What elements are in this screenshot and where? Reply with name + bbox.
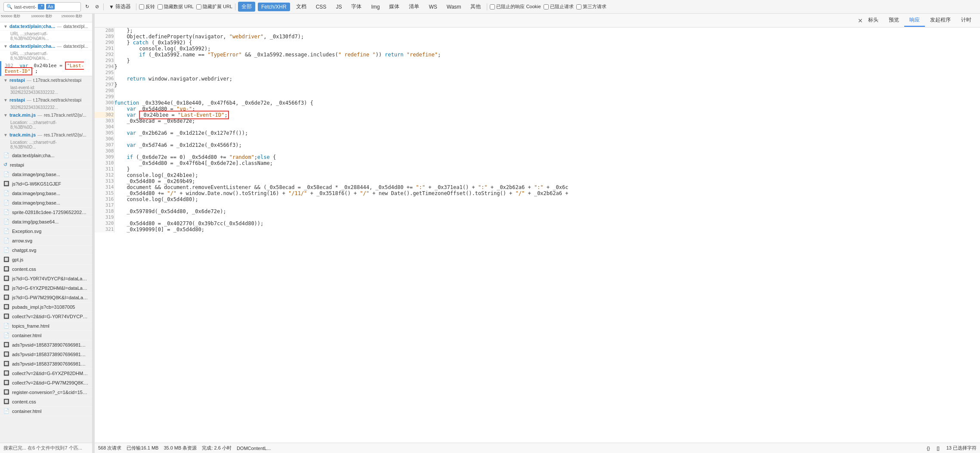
line-content: } catch (_0x1a5992) {	[114, 40, 980, 46]
file-item[interactable]: 🔲 register-conversion?_c=1&cid=154733872…	[0, 388, 92, 397]
tab-font[interactable]: 字体	[348, 2, 365, 12]
request-item[interactable]: ▼ data:text/plain;cha... — data:text/pl.…	[0, 22, 92, 42]
file-item[interactable]: 🔲 ads?pvsid=18583738907696981&correlator…	[0, 340, 92, 350]
file-item[interactable]: 📄 data:img/jpg;base64...	[0, 217, 92, 226]
code-line-293: 293 }	[95, 58, 980, 64]
tab-wasm[interactable]: Wasm	[443, 3, 465, 11]
tab-js[interactable]: JS	[332, 3, 345, 11]
reverse-checkbox[interactable]: 反转	[139, 3, 155, 10]
search-tag-case[interactable]: Aa	[46, 4, 55, 9]
filter-button[interactable]: ▼ 筛选器	[106, 2, 133, 11]
tab-initiator[interactable]: 发起程序	[925, 14, 956, 27]
file-name: ads?pvsid=18583738907696981&correlator=1…	[12, 342, 89, 348]
file-item[interactable]: 🔲 js?id=G-6YXZP82DHM&I=dataLayer&cx=c	[0, 283, 92, 293]
file-item[interactable]: 📄 chatgpt.svg	[0, 245, 92, 255]
file-item[interactable]: 📄 sprite-02818c1dee-1725965220207.png	[0, 208, 92, 217]
close-button[interactable]: ✕	[858, 17, 863, 24]
file-item[interactable]: 📄 container.html	[0, 331, 92, 340]
sub-value: 302f623234336332232...	[10, 90, 58, 95]
file-item[interactable]: 🔲 ads?pvsid=18583738907696981&correlator…	[0, 359, 92, 369]
tab-timing[interactable]: 计时	[956, 14, 977, 27]
file-item[interactable]: 📄 data:image/png;base...	[0, 189, 92, 198]
code-view[interactable]: 288 }; 289 Object.defineProperty(navigat…	[95, 28, 980, 443]
file-item[interactable]: 📄 Exception.svg	[0, 226, 92, 236]
search-box[interactable]: 🔍 last-event- .* Aa	[3, 2, 81, 12]
tab-all[interactable]: 全部	[238, 2, 255, 12]
tab-response[interactable]: 响应	[904, 14, 925, 27]
code-line-310: 310 _0x5d4d80 = _0x47f6b4[_0x6de72e].cla…	[95, 160, 980, 166]
reverse-input[interactable]	[139, 4, 144, 9]
tab-preview[interactable]: 预览	[884, 14, 904, 27]
blocked-req-input[interactable]	[544, 4, 549, 9]
file-icon: 📄	[3, 152, 9, 158]
third-party-checkbox[interactable]: 第三方请求	[576, 3, 606, 10]
tab-fetch-xhr[interactable]: Fetch/XHR	[258, 3, 290, 11]
file-icon: 📄	[3, 200, 9, 205]
file-item[interactable]: 📄 container.html	[0, 406, 92, 416]
format-button[interactable]: {}	[925, 445, 931, 452]
file-item[interactable]: 📄 data:image/png;base...	[0, 198, 92, 208]
expand-arrow[interactable]: ▼	[3, 44, 8, 49]
expand-arrow[interactable]: ▼	[3, 113, 8, 118]
blocked-req-checkbox[interactable]: 已阻止请求	[544, 3, 574, 10]
tab-other[interactable]: 其他	[467, 2, 484, 12]
file-item[interactable]: 🔲 collect?v=2&tid=G-6YXZP82DHM>m=45je499…	[0, 369, 92, 378]
tab-headers[interactable]: 标头	[863, 14, 884, 27]
clear-button[interactable]: ⊘	[93, 3, 101, 10]
expand-arrow[interactable]: ▼	[3, 98, 8, 102]
line-number: 300	[95, 100, 114, 106]
file-item[interactable]: 📄 data:image/png;base...	[0, 170, 92, 179]
file-item[interactable]: 🔲 content.css	[0, 397, 92, 406]
hide-data-url-input[interactable]	[158, 4, 163, 9]
request-item[interactable]: ▼ data:text/plain;cha... — data:text/pl.…	[0, 42, 92, 61]
tab-doc[interactable]: 文档	[293, 2, 310, 12]
file-item[interactable]: 📄 arrow.svg	[0, 236, 92, 245]
file-name: data:img/jpg;base64...	[12, 219, 59, 224]
file-item[interactable]: 🔲 collect?v=2&tid=G-Y0R74VDYCP>m=45je499…	[0, 312, 92, 321]
request-item-restapi1[interactable]: ▼ restapi — t.17track.net/track/restapi …	[0, 76, 92, 96]
tab-css[interactable]: CSS	[312, 3, 330, 11]
file-item[interactable]: 📄 data:text/plain;cha...	[0, 151, 92, 160]
tab-media[interactable]: 媒体	[386, 2, 403, 12]
file-item[interactable]: 🔲 pubads_impl.js?cb=31087005	[0, 302, 92, 312]
search-tag-regex[interactable]: .*	[38, 4, 44, 9]
request-item-restapi2[interactable]: ▼ restapi — t.17track.net/track/restapi …	[0, 96, 92, 111]
hide-ext-url-checkbox[interactable]: 隐藏扩展 URL	[196, 3, 232, 10]
file-name: ads?pvsid=18583738907696981&correlator=4…	[12, 352, 89, 357]
wrap-button[interactable]: []	[935, 445, 941, 452]
expand-arrow[interactable]: ▼	[3, 78, 8, 83]
blocked-cookie-input[interactable]	[490, 4, 495, 9]
refresh-button[interactable]: ↻	[83, 3, 91, 10]
hide-ext-url-input[interactable]	[196, 4, 201, 9]
file-item[interactable]: 🔲 collect?v=2&tid=G-PW7M299Q8K>m=45je499…	[0, 378, 92, 388]
line-content: _0x5d4d80 = _0x269b49;	[114, 178, 980, 184]
expand-arrow[interactable]: ▼	[3, 133, 8, 137]
hide-data-url-checkbox[interactable]: 隐藏数据 URL	[158, 3, 194, 10]
ruler-mark: 1500000 毫秒	[60, 14, 90, 19]
file-item[interactable]: 🔲 ads?pvsid=18583738907696981&correlator…	[0, 350, 92, 359]
line-content	[114, 70, 980, 76]
line-number: 289	[95, 34, 114, 40]
code-line-291: 291 console.log(_0x1a5992);	[95, 46, 980, 52]
expand-arrow[interactable]: ▼	[3, 24, 8, 29]
line-number: 313	[95, 178, 114, 184]
tab-img[interactable]: Img	[368, 3, 383, 11]
file-item[interactable]: 🔲 content.css	[0, 264, 92, 274]
file-item[interactable]: 🔲 js?id=G-W6KG51GJEF	[0, 179, 92, 189]
req-type: track.min.js	[9, 112, 36, 118]
file-item[interactable]: 📄 topics_frame.html	[0, 321, 92, 331]
file-item[interactable]: ↺ restapi	[0, 160, 92, 170]
line-content	[114, 202, 980, 208]
code-line-294: 294 }	[95, 64, 980, 70]
line-content: Object.defineProperty(navigator, "webdri…	[114, 34, 980, 40]
request-item-trackmin2[interactable]: ▼ track.min.js — res.17track.net/t2/js/.…	[0, 131, 92, 151]
blocked-cookie-checkbox[interactable]: 已阻止的响应 Cookie	[490, 3, 541, 10]
request-item-trackmin1[interactable]: ▼ track.min.js — res.17track.net/t2/js/.…	[0, 111, 92, 131]
file-item[interactable]: 🔲 js?id=G-PW7M299Q8K&I=dataLayer&cx=c	[0, 293, 92, 302]
line-content	[114, 124, 980, 130]
third-party-input[interactable]	[576, 4, 581, 9]
tab-manifest[interactable]: 清单	[405, 2, 423, 12]
file-item[interactable]: 🔲 js?id=G-Y0R74VDYCP&I=dataLayer&cx=c	[0, 274, 92, 283]
tab-ws[interactable]: WS	[425, 3, 440, 11]
file-item[interactable]: 🔲 gpt.js	[0, 255, 92, 264]
